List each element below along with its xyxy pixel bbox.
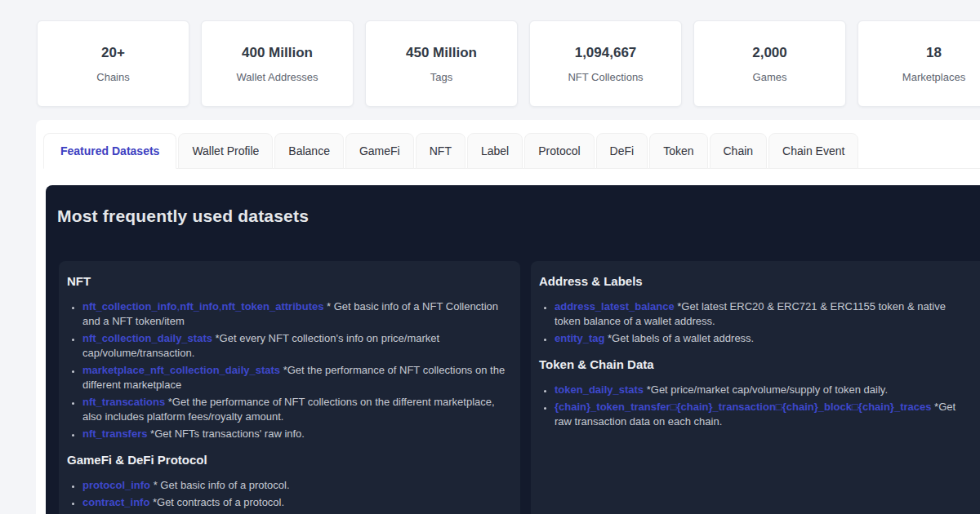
stat-label: Games — [753, 71, 787, 83]
dataset-item: protocol_info * Get basic info of a prot… — [82, 478, 509, 493]
dataset-link[interactable]: token_daily_stats — [555, 383, 644, 396]
dataset-link[interactable]: {chain}_block — [782, 401, 852, 413]
dataset-card-0: NFTnft_collection_info,nft_info,nft_toke… — [59, 261, 520, 514]
stat-value: 1,094,667 — [575, 45, 637, 61]
section-heading-address-labels: Address & Labels — [539, 274, 969, 288]
content-card: Featured DatasetsWallet ProfileBalanceGa… — [36, 120, 980, 514]
dataset-item: address_latest_balance *Get latest ERC20… — [555, 299, 969, 329]
featured-datasets-panel: Most frequently used datasets NFTnft_col… — [46, 185, 980, 514]
stat-label: Wallet Addresses — [237, 71, 318, 83]
tab-nft[interactable]: NFT — [416, 133, 466, 169]
page: 20+Chains400 MillionWallet Addresses450 … — [0, 0, 980, 514]
stat-label: Tags — [430, 71, 452, 83]
panel-title: Most frequently used datasets — [57, 206, 980, 226]
dataset-item: nft_transfers *Get NFTs transactions' ra… — [82, 427, 509, 441]
tab-chain[interactable]: Chain — [710, 133, 768, 169]
stat-value: 450 Million — [406, 45, 477, 61]
stat-label: NFT Collections — [568, 71, 643, 83]
tab-gamefi[interactable]: GameFi — [345, 133, 414, 169]
dataset-list: protocol_info * Get basic info of a prot… — [67, 478, 509, 510]
tab-balance[interactable]: Balance — [274, 133, 344, 169]
stat-card-marketplaces: 18Marketplaces — [858, 20, 980, 107]
dataset-link[interactable]: {chain}_transaction — [676, 401, 775, 413]
dataset-item: entity_tag *Get labels of a wallet addre… — [555, 331, 969, 346]
stat-value: 2,000 — [752, 45, 787, 61]
stat-label: Marketplaces — [902, 71, 965, 83]
dataset-description: *Get contracts of a protocol. — [149, 496, 284, 508]
dataset-link[interactable]: protocol_info — [82, 479, 150, 491]
dataset-link[interactable]: {chain}_token_transfer — [555, 401, 670, 413]
tab-token[interactable]: Token — [649, 133, 707, 169]
dataset-list: address_latest_balance *Get latest ERC20… — [539, 299, 969, 346]
tab-featured-datasets[interactable]: Featured Datasets — [43, 133, 176, 169]
dataset-description: □ — [776, 401, 782, 413]
stat-value: 20+ — [101, 45, 125, 61]
dataset-link[interactable]: contract_info — [82, 496, 149, 508]
dataset-link[interactable]: {chain}_traces — [858, 401, 932, 413]
stat-value: 18 — [926, 45, 942, 61]
dataset-list: token_daily_stats *Get price/market cap/… — [539, 383, 969, 429]
dataset-item: marketplace_nft_collection_daily_stats *… — [82, 363, 509, 392]
dataset-link[interactable]: nft_transcations — [82, 396, 165, 408]
dataset-description: *Get labels of a wallet address. — [604, 332, 754, 344]
dataset-link[interactable]: nft_transfers — [82, 428, 147, 440]
stat-value: 400 Million — [242, 45, 313, 61]
dataset-description: * Get basic info of a protocol. — [150, 479, 290, 491]
dataset-link[interactable]: nft_collection_info — [82, 300, 177, 312]
stat-card-wallet-addresses: 400 MillionWallet Addresses — [201, 20, 354, 107]
tab-protocol[interactable]: Protocol — [524, 133, 594, 169]
tab-chain-event[interactable]: Chain Event — [768, 133, 858, 169]
stat-card-games: 2,000Games — [693, 20, 846, 107]
dataset-item: token_daily_stats *Get price/market cap/… — [555, 383, 969, 397]
dataset-link[interactable]: entity_tag — [555, 332, 604, 344]
section-heading-gamefi-defi-protocol: GameFi & DeFi Protocol — [67, 453, 509, 467]
section-heading-nft: NFT — [67, 274, 509, 288]
dataset-item: nft_collection_info,nft_info,nft_token_a… — [82, 299, 509, 329]
dataset-link[interactable]: nft_info — [180, 300, 219, 312]
dataset-link[interactable]: nft_token_attributes — [221, 300, 323, 312]
tab-wallet-profile[interactable]: Wallet Profile — [178, 133, 273, 169]
stats-row: 20+Chains400 MillionWallet Addresses450 … — [37, 20, 980, 107]
dataset-list: nft_collection_info,nft_info,nft_token_a… — [67, 299, 509, 441]
dataset-link[interactable]: address_latest_balance — [555, 300, 675, 312]
dataset-item: nft_collection_daily_stats *Get every NF… — [82, 331, 509, 361]
tab-defi[interactable]: DeFi — [596, 133, 648, 169]
stat-card-chains: 20+Chains — [37, 20, 189, 107]
dataset-item: nft_transcations *Get the performance of… — [82, 395, 509, 424]
dataset-description: *Get NFTs transactions' raw info. — [147, 428, 305, 440]
dataset-link[interactable]: nft_collection_daily_stats — [82, 332, 212, 344]
stat-card-tags: 450 MillionTags — [365, 20, 518, 107]
stat-card-nft-collections: 1,094,667NFT Collections — [529, 20, 682, 107]
dataset-cards: NFTnft_collection_info,nft_info,nft_toke… — [59, 261, 980, 514]
dataset-description: *Get price/market cap/volume/supply of t… — [644, 383, 888, 396]
tab-label[interactable]: Label — [467, 133, 523, 169]
dataset-item: {chain}_token_transfer□{chain}_transacti… — [555, 400, 969, 429]
dataset-item: contract_info *Get contracts of a protoc… — [82, 495, 509, 510]
stat-label: Chains — [96, 71, 129, 83]
dataset-link[interactable]: marketplace_nft_collection_daily_stats — [82, 364, 280, 376]
dataset-card-1: Address & Labelsaddress_latest_balance *… — [531, 261, 980, 514]
dataset-description: □ — [852, 401, 858, 413]
section-heading-token-chain-data: Token & Chain Data — [539, 357, 969, 371]
dataset-tabs: Featured DatasetsWallet ProfileBalanceGa… — [43, 133, 980, 169]
